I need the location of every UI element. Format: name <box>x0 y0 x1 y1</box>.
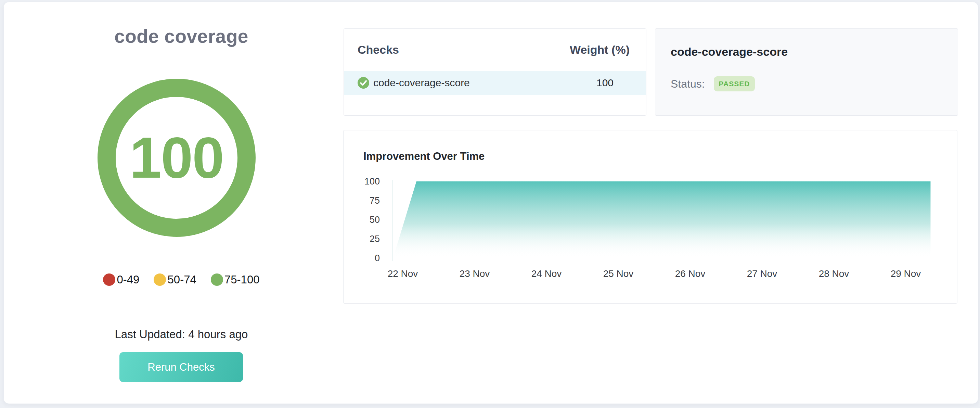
checks-table-header: Checks Weight (%) <box>344 29 646 71</box>
rerun-checks-button[interactable]: Rerun Checks <box>119 352 243 382</box>
green-dot-icon <box>211 274 223 286</box>
check-detail-title: code-coverage-score <box>671 45 942 59</box>
checks-column-header: Checks <box>358 43 564 56</box>
last-updated-text: Last Updated: 4 hours ago <box>62 328 301 341</box>
weight-column-header: Weight (%) <box>564 43 646 56</box>
red-dot-icon <box>103 274 115 286</box>
svg-text:28 Nov: 28 Nov <box>819 268 849 279</box>
svg-text:26 Nov: 26 Nov <box>675 268 706 279</box>
status-row: Status: PASSED <box>671 76 942 91</box>
legend-item-low: 0-49 <box>103 273 139 286</box>
check-detail-panel: code-coverage-score Status: PASSED <box>655 29 958 116</box>
svg-text:50: 50 <box>369 215 380 225</box>
table-row[interactable]: code-coverage-score 100 <box>344 71 646 95</box>
code-coverage-page: code coverage 100 0-49 50-74 75-100 Last… <box>0 0 980 408</box>
main-card: code coverage 100 0-49 50-74 75-100 Last… <box>3 2 978 404</box>
svg-text:23 Nov: 23 Nov <box>460 268 490 279</box>
legend-label: 0-49 <box>117 273 139 286</box>
score-value: 100 <box>130 125 223 191</box>
check-name-cell: code-coverage-score <box>358 77 564 89</box>
svg-text:27 Nov: 27 Nov <box>747 268 778 279</box>
svg-text:75: 75 <box>369 196 380 206</box>
check-name-label: code-coverage-score <box>373 77 470 89</box>
status-badge: PASSED <box>714 76 755 91</box>
legend-item-mid: 50-74 <box>154 273 196 286</box>
improvement-chart-card: Improvement Over Time 025507510022 Nov23… <box>343 130 958 304</box>
checks-panel: Checks Weight (%) code-coverage-score 10… <box>344 29 646 116</box>
check-circle-icon <box>358 77 369 89</box>
yellow-dot-icon <box>154 274 166 286</box>
svg-text:24 Nov: 24 Nov <box>531 268 562 279</box>
svg-text:22 Nov: 22 Nov <box>388 268 418 279</box>
check-weight-cell: 100 <box>564 77 646 89</box>
legend-label: 75-100 <box>224 273 260 286</box>
page-title: code coverage <box>62 26 301 47</box>
legend-item-high: 75-100 <box>211 273 260 286</box>
svg-text:100: 100 <box>364 176 380 186</box>
svg-text:25 Nov: 25 Nov <box>603 268 634 279</box>
svg-text:29 Nov: 29 Nov <box>891 268 921 279</box>
svg-text:25: 25 <box>369 234 380 244</box>
score-legend: 0-49 50-74 75-100 <box>62 273 301 286</box>
legend-label: 50-74 <box>167 273 196 286</box>
score-gauge: 100 <box>97 79 256 237</box>
status-label: Status: <box>671 78 705 90</box>
svg-text:0: 0 <box>375 253 380 263</box>
